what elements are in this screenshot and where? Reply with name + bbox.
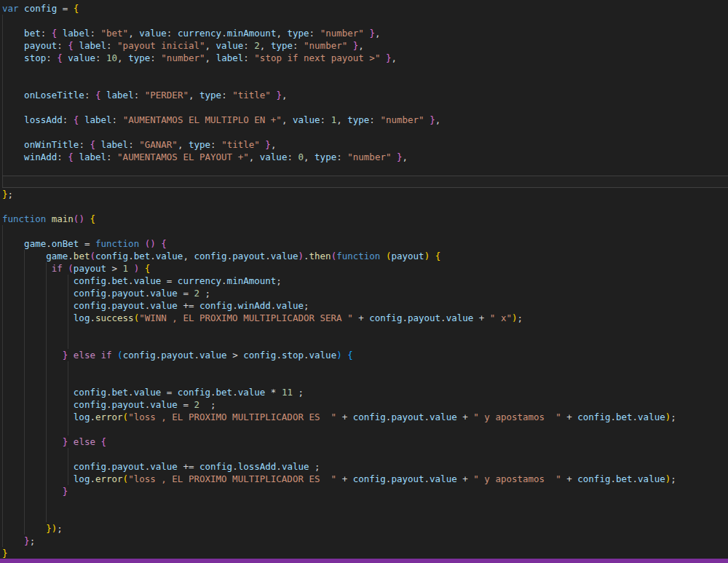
code-token: "number" xyxy=(161,52,205,63)
code-token: value xyxy=(638,473,665,484)
code-token: : xyxy=(134,90,145,101)
code-line[interactable]: config.payout.value = 2 ; xyxy=(2,398,728,411)
code-line[interactable] xyxy=(2,324,728,336)
code-line[interactable]: } xyxy=(2,547,728,559)
code-token: value xyxy=(638,412,665,422)
code-token: } xyxy=(369,28,375,39)
code-token: function xyxy=(2,213,46,224)
code-token: config xyxy=(353,473,386,484)
code-token: + xyxy=(457,412,474,422)
code-token: config xyxy=(74,387,106,398)
status-bar[interactable] xyxy=(0,559,728,563)
code-line[interactable] xyxy=(2,126,728,138)
code-token: 1 xyxy=(123,263,129,274)
code-line[interactable]: config.payout.value += config.lossAdd.va… xyxy=(2,460,728,473)
code-token: payout xyxy=(112,288,145,299)
code-token: value xyxy=(282,461,309,472)
code-token: : xyxy=(41,28,52,39)
code-line[interactable] xyxy=(2,163,728,176)
code-line[interactable]: config.bet.value = currency.minAmount; xyxy=(2,275,728,287)
code-line[interactable]: config.bet.value = config.bet.value * 11… xyxy=(2,386,728,398)
code-line[interactable]: } xyxy=(2,485,728,497)
code-token: minAmount xyxy=(227,275,277,286)
code-token: = xyxy=(178,399,194,410)
code-line[interactable]: } else { xyxy=(2,436,728,448)
code-line[interactable]: }; xyxy=(2,188,728,200)
code-line[interactable] xyxy=(2,374,728,386)
code-token: value xyxy=(199,350,227,361)
current-line-highlight[interactable] xyxy=(2,176,728,188)
code-token: . xyxy=(128,387,134,398)
code-token: value xyxy=(139,28,167,39)
code-line[interactable]: stop: { value: 10, type: "number", label… xyxy=(2,52,728,64)
code-token: 2 xyxy=(254,40,260,51)
code-token: label xyxy=(84,114,112,125)
code-line[interactable]: onLoseTitle: { label: "PERDER", type: "t… xyxy=(2,89,728,101)
code-token: , xyxy=(304,151,314,162)
code-token: onWinTitle xyxy=(24,139,79,150)
code-token: ( xyxy=(123,412,129,422)
code-editor[interactable]: var config = { bet: { label: "bet", valu… xyxy=(0,0,728,563)
code-token: ; xyxy=(670,412,676,422)
code-line[interactable]: } else if (config.payout.value > config.… xyxy=(2,349,728,361)
code-token xyxy=(2,114,24,125)
code-token: value xyxy=(276,300,304,311)
code-line[interactable] xyxy=(2,64,728,76)
code-token: "PERDER" xyxy=(145,90,189,101)
code-line[interactable] xyxy=(2,101,728,114)
code-line[interactable]: log.error("loss , EL PROXIMO MULTIPLICAD… xyxy=(2,411,728,423)
code-content[interactable]: var config = { bet: { label: "bet", valu… xyxy=(2,0,728,559)
code-token: , xyxy=(271,139,277,150)
code-line[interactable] xyxy=(2,15,728,27)
code-token: "title" xyxy=(221,139,260,150)
code-line[interactable] xyxy=(2,448,728,460)
code-line[interactable] xyxy=(2,200,728,213)
code-line[interactable]: winAdd: { label: "AUMENTAMOS EL PAYOUT +… xyxy=(2,151,728,163)
code-token xyxy=(2,275,74,286)
code-line[interactable] xyxy=(2,225,728,237)
code-token: value xyxy=(293,114,320,125)
code-token: value xyxy=(309,350,337,361)
code-token xyxy=(2,436,63,447)
code-token: . xyxy=(610,412,616,422)
code-token: config xyxy=(74,300,106,311)
code-line[interactable] xyxy=(2,336,728,349)
code-token: . xyxy=(221,275,227,286)
code-line[interactable]: lossAdd: { label: "AUMENTAMOS EL MULTIPL… xyxy=(2,114,728,126)
code-line[interactable] xyxy=(2,510,728,522)
code-line[interactable] xyxy=(2,361,728,374)
code-token: , xyxy=(189,90,199,101)
code-token: config xyxy=(243,350,276,361)
code-line[interactable]: if (payout > 1 ) { xyxy=(2,262,728,275)
code-line[interactable] xyxy=(2,423,728,436)
code-token: = xyxy=(178,288,194,299)
code-token: . xyxy=(90,412,95,422)
code-token: value xyxy=(150,461,178,472)
code-token: { xyxy=(347,350,353,361)
code-line[interactable] xyxy=(2,76,728,89)
code-line[interactable]: bet: { label: "bet", value: currency.min… xyxy=(2,27,728,39)
code-line[interactable]: game.onBet = function () { xyxy=(2,237,728,250)
code-token: error xyxy=(95,473,123,484)
code-line[interactable]: }; xyxy=(2,535,728,547)
code-token: . xyxy=(210,387,216,398)
code-line[interactable]: log.error("loss , EL PROXIMO MULTIPLICAD… xyxy=(2,473,728,485)
code-line[interactable]: }); xyxy=(2,522,728,535)
code-line[interactable] xyxy=(2,497,728,510)
code-line[interactable]: config.payout.value += config.winAdd.val… xyxy=(2,299,728,312)
code-token: "loss , EL PROXIMO MULTIPLICADOR ES " xyxy=(128,473,336,484)
code-line[interactable]: game.bet(config.bet.value, config.payout… xyxy=(2,250,728,262)
code-line[interactable]: onWinTitle: { label: "GANAR", type: "tit… xyxy=(2,138,728,151)
code-line[interactable]: var config = { xyxy=(2,2,728,15)
code-token: : xyxy=(106,151,117,162)
code-line[interactable]: log.success("WINN , EL PROXIMO MULTIPLIC… xyxy=(2,312,728,324)
code-line[interactable]: function main() { xyxy=(2,213,728,225)
code-token: } xyxy=(2,548,8,559)
code-token: winAdd xyxy=(24,151,57,162)
code-token: type xyxy=(189,139,210,150)
code-token: = xyxy=(161,387,178,398)
code-token: config xyxy=(577,412,610,422)
code-line[interactable]: payout: { label: "payout inicial", value… xyxy=(2,39,728,52)
code-token: var xyxy=(2,3,19,14)
code-line[interactable]: config.payout.value = 2 ; xyxy=(2,287,728,299)
